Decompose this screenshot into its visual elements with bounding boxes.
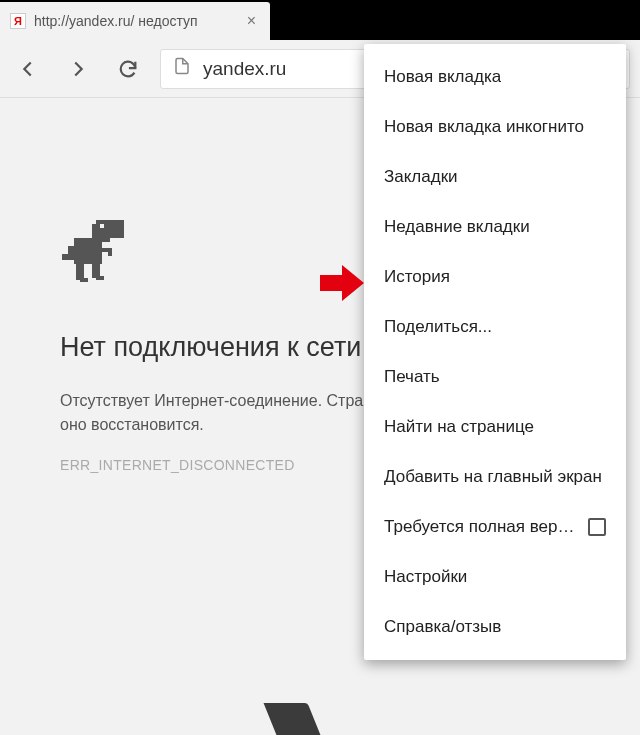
menu-item-8[interactable]: Добавить на главный экран (364, 452, 626, 502)
browser-menu: Новая вкладкаНовая вкладка инкогнитоЗакл… (364, 44, 626, 660)
reload-button[interactable] (110, 51, 146, 87)
tab-decoration (264, 703, 321, 735)
tab-title: http://yandex.ru/ недоступ (34, 13, 243, 29)
menu-item-label: Найти на странице (384, 417, 534, 437)
svg-rect-2 (100, 224, 104, 228)
svg-rect-1 (92, 224, 98, 238)
tab-active[interactable]: Я http://yandex.ru/ недоступ × (0, 2, 270, 40)
menu-item-label: Закладки (384, 167, 458, 187)
forward-button[interactable] (60, 51, 96, 87)
menu-item-4[interactable]: История (364, 252, 626, 302)
menu-item-10[interactable]: Настройки (364, 552, 626, 602)
checkbox-icon[interactable] (588, 518, 606, 536)
menu-item-11[interactable]: Справка/отзыв (364, 602, 626, 652)
menu-item-label: Новая вкладка инкогнито (384, 117, 584, 137)
favicon-yandex: Я (10, 13, 26, 29)
address-text: yandex.ru (203, 58, 286, 80)
svg-rect-6 (62, 254, 70, 260)
svg-rect-8 (108, 248, 112, 256)
tab-strip: Я http://yandex.ru/ недоступ × (0, 0, 640, 40)
menu-item-1[interactable]: Новая вкладка инкогнито (364, 102, 626, 152)
menu-item-2[interactable]: Закладки (364, 152, 626, 202)
highlight-arrow-icon (320, 265, 364, 305)
menu-item-label: История (384, 267, 450, 287)
svg-rect-0 (96, 220, 124, 238)
site-info-icon[interactable] (173, 57, 191, 80)
menu-item-label: Добавить на главный экран (384, 467, 602, 487)
svg-marker-13 (320, 265, 364, 301)
menu-item-3[interactable]: Недавние вкладки (364, 202, 626, 252)
back-button[interactable] (10, 51, 46, 87)
menu-item-7[interactable]: Найти на странице (364, 402, 626, 452)
svg-rect-11 (92, 264, 100, 278)
browser-window: Я http://yandex.ru/ недоступ × yandex.ru (0, 0, 640, 735)
menu-item-label: Настройки (384, 567, 467, 587)
menu-item-label: Справка/отзыв (384, 617, 501, 637)
menu-item-0[interactable]: Новая вкладка (364, 52, 626, 102)
menu-item-label: Печать (384, 367, 440, 387)
svg-rect-4 (74, 238, 102, 264)
svg-rect-10 (80, 278, 88, 282)
menu-item-label: Недавние вкладки (384, 217, 530, 237)
close-icon[interactable]: × (243, 12, 260, 30)
menu-item-5[interactable]: Поделиться... (364, 302, 626, 352)
menu-item-label: Новая вкладка (384, 67, 501, 87)
menu-item-label: Поделиться... (384, 317, 492, 337)
menu-item-label: Требуется полная верс… (384, 517, 578, 537)
menu-item-6[interactable]: Печать (364, 352, 626, 402)
menu-item-9[interactable]: Требуется полная верс… (364, 502, 626, 552)
svg-rect-12 (96, 276, 104, 280)
svg-rect-9 (76, 264, 84, 280)
